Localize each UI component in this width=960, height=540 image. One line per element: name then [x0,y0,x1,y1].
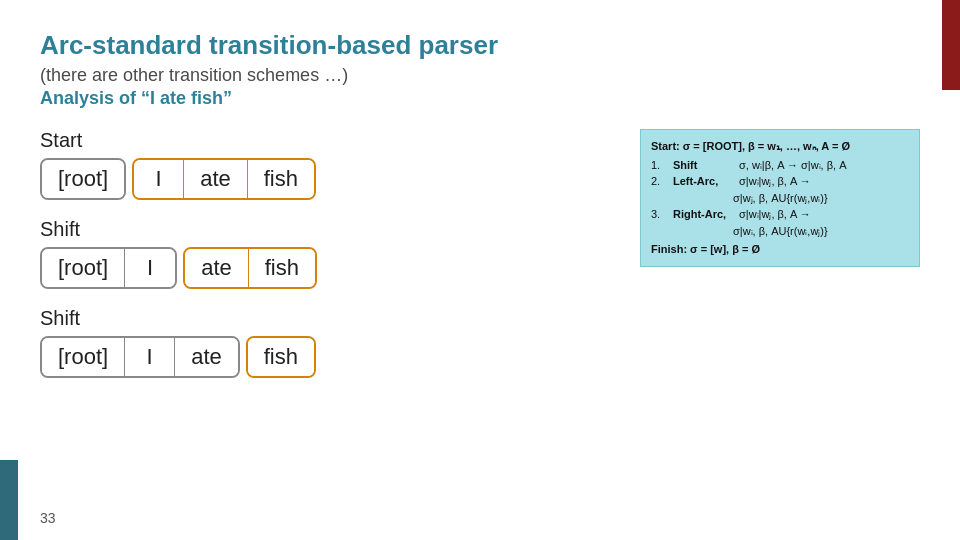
token-ate3: ate [175,338,238,376]
shift1-buffer: ate fish [183,247,317,289]
info-start-line: Start: σ = [ROOT], β = w₁, …, wₙ, A = Ø [651,138,909,155]
token-root: [root] [42,160,124,198]
accent-bar-left [0,460,18,540]
state-shift2-tokens: [root] I ate fish [40,336,620,378]
token-root3: [root] [42,338,125,376]
state-shift1-label: Shift [40,218,620,241]
accent-bar-right [942,0,960,90]
state-start-tokens: [root] I ate fish [40,158,620,200]
state-shift2: Shift [root] I ate fish [40,307,620,378]
main-title: Arc-standard transition-based parser [40,30,920,61]
info-num-1: 1. [651,157,669,174]
info-key-1: Shift [673,157,735,174]
token-ate2: ate [185,249,249,287]
state-start: Start [root] I ate fish [40,129,620,200]
page-number: 33 [40,510,56,526]
subtitle: (there are other transition schemes …) [40,65,920,86]
info-key-2: Left-Arc, [673,173,735,190]
info-val-3-cont: σ|wᵢ, β, AU{r(wᵢ,wⱼ)} [651,223,909,240]
info-finish-line: Finish: σ = [w], β = Ø [651,241,909,258]
content-area: Start [root] I ate fish Shift [root] I [0,119,960,406]
shift2-stack: [root] I ate [40,336,240,378]
info-row-2: 2. Left-Arc, σ|wᵢ|wⱼ, β, A → [651,173,909,190]
info-finish-label: Finish: [651,243,690,255]
shift2-buffer: fish [246,336,316,378]
info-row-3: 3. Right-Arc, σ|wᵢ|wⱼ, β, A → [651,206,909,223]
info-panel: Start: σ = [ROOT], β = w₁, …, wₙ, A = Ø … [640,129,920,267]
info-val-2-cont: σ|wⱼ, β, AU{r(wⱼ,wᵢ)} [651,190,909,207]
info-val-3: σ|wᵢ|wⱼ, β, A → [739,206,909,223]
header: Arc-standard transition-based parser (th… [0,0,960,119]
token-I2: I [125,249,175,287]
start-buffer: I ate fish [132,158,316,200]
info-val-1: σ, wᵢ|β, A → σ|wᵢ, β, A [739,157,909,174]
info-num-2: 2. [651,173,669,190]
info-finish-text: σ = [w], β = Ø [690,243,760,255]
token-root2: [root] [42,249,125,287]
info-start-text: σ = [ROOT], β = w₁, …, wₙ, A = Ø [683,140,850,152]
state-shift1-tokens: [root] I ate fish [40,247,620,289]
info-row-1: 1. Shift σ, wᵢ|β, A → σ|wᵢ, β, A [651,157,909,174]
diagrams-column: Start [root] I ate fish Shift [root] I [40,129,620,396]
token-ate: ate [184,160,248,198]
state-start-label: Start [40,129,620,152]
token-I3: I [125,338,175,376]
token-fish: fish [248,160,314,198]
state-shift1: Shift [root] I ate fish [40,218,620,289]
info-num-3: 3. [651,206,669,223]
state-shift2-label: Shift [40,307,620,330]
start-stack: [root] [40,158,126,200]
token-fish2: fish [249,249,315,287]
info-start-label: Start: [651,140,683,152]
info-val-2: σ|wᵢ|wⱼ, β, A → [739,173,909,190]
info-key-3: Right-Arc, [673,206,735,223]
shift1-stack: [root] I [40,247,177,289]
token-fish3: fish [248,338,314,376]
token-I: I [134,160,184,198]
subtitle2: Analysis of “I ate fish” [40,88,920,109]
